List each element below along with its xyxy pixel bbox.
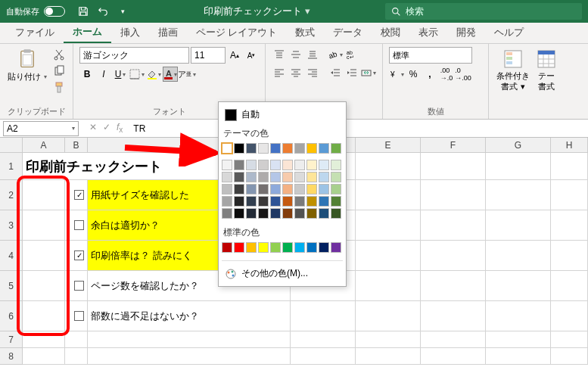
percent-icon[interactable]: % [406,67,421,82]
color-swatch[interactable] [246,184,257,194]
merge-icon[interactable]: ▾ [361,65,376,80]
color-swatch[interactable] [294,160,305,170]
row-header-5[interactable]: 5 [0,271,23,301]
cell-8B[interactable] [65,348,88,365]
cell-4F[interactable] [421,241,486,271]
color-swatch[interactable] [306,196,317,207]
border-icon[interactable]: ▾ [129,67,145,82]
cell-1F[interactable] [421,153,486,180]
color-swatch[interactable] [294,172,305,182]
color-swatch[interactable] [246,242,257,253]
cell-3A[interactable] [23,210,65,241]
cell-1E[interactable] [356,153,421,180]
color-swatch[interactable] [270,196,281,207]
row-header-1[interactable]: 1 [0,153,23,180]
cell-6E[interactable] [356,301,421,331]
color-swatch[interactable] [270,208,281,219]
color-swatch[interactable] [246,160,257,170]
color-swatch[interactable] [222,242,232,253]
color-swatch[interactable] [270,184,281,194]
color-swatch[interactable] [234,184,244,194]
phonetic-icon[interactable]: ア亜▾ [179,67,194,82]
cell-2E[interactable] [356,180,421,210]
cell-8H[interactable] [551,348,588,365]
cell-8E[interactable] [356,348,421,365]
tab-1[interactable]: ホーム [64,23,111,43]
color-swatch[interactable] [331,143,341,154]
checkbox-icon[interactable]: ✓ [74,250,84,260]
color-swatch[interactable] [222,172,232,182]
col-header-G[interactable]: G [486,138,551,153]
color-swatch[interactable] [282,143,293,154]
color-swatch[interactable] [234,160,244,170]
color-swatch[interactable] [282,208,293,219]
color-swatch[interactable] [246,196,257,207]
cell-1H[interactable] [551,153,588,180]
cell-3F[interactable] [421,210,486,241]
name-box[interactable]: A2▾ [3,121,79,136]
save-icon[interactable] [77,5,89,17]
row-header-3[interactable]: 3 [0,210,23,241]
tab-0[interactable]: ファイル [6,23,64,43]
color-swatch[interactable] [331,208,341,219]
color-swatch[interactable] [258,143,269,154]
format-painter-icon[interactable] [51,80,67,95]
increase-indent-icon[interactable] [344,65,359,80]
cell-2G[interactable] [486,180,551,210]
cell-4E[interactable] [356,241,421,271]
color-swatch[interactable] [234,196,244,207]
color-swatch[interactable] [246,208,257,219]
cell-5F[interactable] [421,271,486,301]
color-swatch[interactable] [270,143,281,154]
fx-icon[interactable]: fx [117,122,123,134]
cell-4H[interactable] [551,241,588,271]
color-swatch[interactable] [306,242,317,253]
auto-color-item[interactable]: 自動 [222,105,343,124]
checkbox-icon[interactable] [74,311,84,321]
search-box[interactable]: 検索 [385,3,582,20]
color-swatch[interactable] [319,208,329,219]
color-swatch[interactable] [306,143,317,154]
underline-icon[interactable]: U▾ [113,67,128,82]
align-center-icon[interactable] [288,65,303,80]
color-swatch[interactable] [331,172,341,182]
comma-icon[interactable]: , [422,67,437,82]
tab-4[interactable]: ページ レイアウト [187,23,286,43]
color-swatch[interactable] [282,196,293,207]
color-swatch[interactable] [270,242,281,253]
checkbox-icon[interactable] [74,281,84,291]
color-swatch[interactable] [319,143,329,154]
increase-font-icon[interactable]: A▴ [227,48,242,63]
cell-4G[interactable] [486,241,551,271]
cell-2F[interactable] [421,180,486,210]
col-header-B[interactable]: B [65,138,88,153]
row-header-7[interactable]: 7 [0,331,23,348]
number-format-select[interactable] [389,47,472,64]
font-size-select[interactable] [191,47,226,64]
decrease-font-icon[interactable]: A▾ [244,48,259,63]
cell-3B[interactable] [65,210,88,241]
cell-7B[interactable] [65,331,88,348]
bold-icon[interactable]: B [79,67,95,82]
orientation-icon[interactable]: ab▾ [328,47,343,62]
cell-8A[interactable] [23,348,65,365]
cell-5E[interactable] [356,271,421,301]
fill-color-icon[interactable]: ▾ [146,67,161,82]
cell-5H[interactable] [551,271,588,301]
cell-1G[interactable] [486,153,551,180]
color-swatch[interactable] [222,208,232,219]
increase-decimal-icon[interactable]: .00→.0 [439,67,454,82]
tab-6[interactable]: データ [324,23,372,43]
align-top-icon[interactable] [272,47,287,62]
color-swatch[interactable] [331,184,341,194]
row-header-2[interactable]: 2 [0,180,23,210]
tab-9[interactable]: 開発 [447,23,485,43]
color-swatch[interactable] [319,172,329,182]
cell-2B[interactable]: ✓ [65,180,88,210]
cell-7A[interactable] [23,331,65,348]
color-swatch[interactable] [234,172,244,182]
cell-8G[interactable] [486,348,551,365]
accounting-icon[interactable]: ¥▾ [389,67,404,82]
cell-2H[interactable] [551,180,588,210]
col-header-A[interactable]: A [23,138,65,153]
